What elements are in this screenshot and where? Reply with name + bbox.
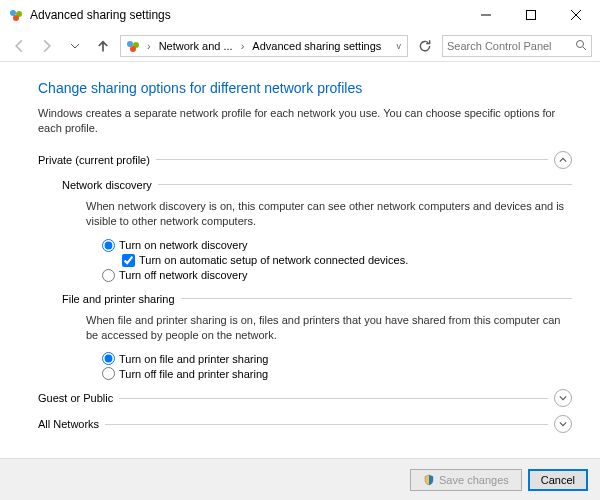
breadcrumb-item[interactable]: Advanced sharing settings [250,40,383,52]
divider [105,424,548,425]
section-label: Guest or Public [38,392,113,404]
back-button[interactable] [8,35,30,57]
radio-label: Turn off network discovery [119,269,247,281]
svg-line-11 [583,47,586,50]
search-input[interactable] [447,40,571,52]
chevron-right-icon[interactable]: › [239,40,247,52]
radio-fileshare-on[interactable]: Turn on file and printer sharing [102,351,572,366]
svg-point-0 [10,10,16,16]
chevron-down-icon[interactable] [554,415,572,433]
breadcrumb[interactable]: › Network and ... › Advanced sharing set… [120,35,408,57]
window-title: Advanced sharing settings [30,8,463,22]
subsection-label: Network discovery [62,179,152,191]
radio-input[interactable] [102,367,115,380]
forward-button[interactable] [36,35,58,57]
subsection-description: When file and printer sharing is on, fil… [62,307,572,352]
radio-input[interactable] [102,269,115,282]
chevron-right-icon[interactable]: › [145,40,153,52]
navigation-bar: › Network and ... › Advanced sharing set… [0,30,600,62]
radio-label: Turn off file and printer sharing [119,368,268,380]
shield-icon [423,474,435,486]
radio-discovery-off[interactable]: Turn off network discovery [102,268,572,283]
control-panel-icon [125,38,141,54]
svg-point-7 [127,41,133,47]
svg-point-10 [577,40,584,47]
section-guest-public[interactable]: Guest or Public [38,389,572,407]
radio-fileshare-off[interactable]: Turn off file and printer sharing [102,366,572,381]
subsection-description: When network discovery is on, this compu… [62,193,572,238]
divider [181,298,572,299]
cancel-button[interactable]: Cancel [528,469,588,491]
radio-label: Turn on file and printer sharing [119,353,268,365]
radio-discovery-on[interactable]: Turn on network discovery [102,238,572,253]
minimize-button[interactable] [463,0,508,30]
button-label: Save changes [439,474,509,486]
chevron-down-icon[interactable] [554,389,572,407]
checkbox-label: Turn on automatic setup of network conne… [139,254,408,266]
radio-input[interactable] [102,352,115,365]
search-box[interactable] [442,35,592,57]
svg-rect-4 [526,11,535,20]
svg-point-9 [130,46,136,52]
section-label: All Networks [38,418,99,430]
section-all-networks[interactable]: All Networks [38,415,572,433]
section-private[interactable]: Private (current profile) [38,151,572,169]
page-description: Windows creates a separate network profi… [38,106,572,137]
titlebar: Advanced sharing settings [0,0,600,30]
up-button[interactable] [92,35,114,57]
recent-dropdown[interactable] [64,35,86,57]
subsection-label: File and printer sharing [62,293,175,305]
radio-input[interactable] [102,239,115,252]
page-title: Change sharing options for different net… [38,80,572,96]
search-icon[interactable] [575,39,587,53]
control-panel-icon [8,7,24,23]
checkbox-auto-setup[interactable]: Turn on automatic setup of network conne… [102,253,572,268]
radio-label: Turn on network discovery [119,239,248,251]
close-button[interactable] [553,0,598,30]
footer-bar: Save changes Cancel [0,458,600,500]
button-label: Cancel [541,474,575,486]
chevron-up-icon[interactable] [554,151,572,169]
history-dropdown-icon[interactable]: v [395,41,404,51]
section-label: Private (current profile) [38,154,150,166]
breadcrumb-item[interactable]: Network and ... [157,40,235,52]
divider [158,184,572,185]
divider [156,159,548,160]
content-area: Change sharing options for different net… [0,62,600,458]
divider [119,398,548,399]
save-changes-button[interactable]: Save changes [410,469,522,491]
svg-point-2 [13,15,19,21]
subsection-network-discovery: Network discovery [62,179,572,191]
refresh-button[interactable] [414,35,436,57]
checkbox-input[interactable] [122,254,135,267]
maximize-button[interactable] [508,0,553,30]
subsection-file-printer-sharing: File and printer sharing [62,293,572,305]
